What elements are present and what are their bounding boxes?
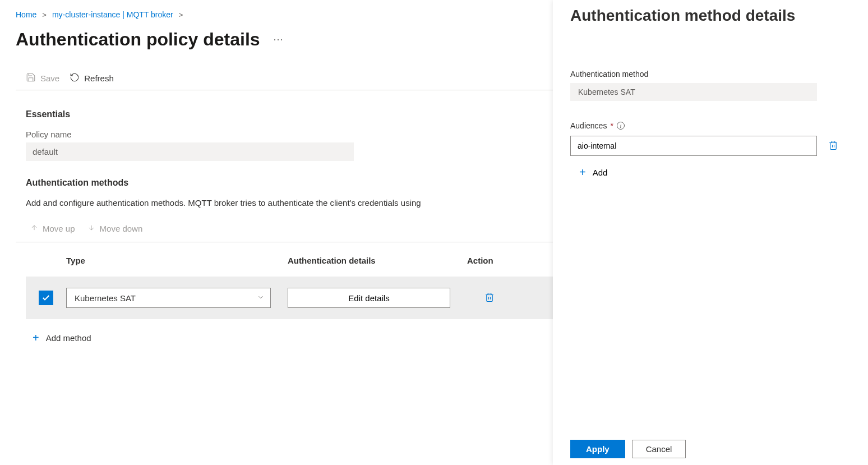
chevron-right-icon: > xyxy=(42,11,47,19)
arrow-down-icon xyxy=(87,223,95,234)
delete-row-button[interactable] xyxy=(484,292,495,305)
move-down-button[interactable]: Move down xyxy=(87,223,143,234)
add-method-button[interactable]: + Add method xyxy=(33,332,91,344)
delete-audience-button[interactable] xyxy=(828,140,838,153)
refresh-icon xyxy=(70,72,80,84)
auth-method-value: Kubernetes SAT xyxy=(570,83,817,101)
plus-icon: + xyxy=(579,166,586,179)
breadcrumb-cluster[interactable]: my-cluster-instance | MQTT broker xyxy=(52,10,173,19)
chevron-down-icon xyxy=(257,293,265,303)
breadcrumb: Home > my-cluster-instance | MQTT broker… xyxy=(16,10,553,19)
row-checkbox[interactable] xyxy=(39,291,53,305)
refresh-button[interactable]: Refresh xyxy=(70,72,114,84)
chevron-right-icon: > xyxy=(179,11,183,19)
panel-title: Authentication method details xyxy=(570,0,851,25)
auth-methods-table: Type Authentication details Action Kuber… xyxy=(26,242,553,319)
add-audience-button[interactable]: + Add xyxy=(579,166,851,179)
edit-details-button[interactable]: Edit details xyxy=(288,288,450,308)
column-header-type: Type xyxy=(66,256,288,265)
required-indicator: * xyxy=(610,121,613,130)
policy-name-value: default xyxy=(26,142,354,161)
column-header-action: Action xyxy=(467,256,512,265)
auth-method-label: Authentication method xyxy=(570,70,851,79)
info-icon[interactable]: i xyxy=(617,122,625,130)
move-up-button[interactable]: Move up xyxy=(30,223,75,234)
audiences-label: Audiences xyxy=(570,121,607,130)
trash-icon xyxy=(484,296,495,305)
page-title: Authentication policy details xyxy=(16,29,260,50)
policy-name-label: Policy name xyxy=(16,130,553,139)
column-header-details: Authentication details xyxy=(288,256,467,265)
auth-methods-description: Add and configure authentication methods… xyxy=(16,198,553,208)
save-button[interactable]: Save xyxy=(26,72,59,84)
essentials-heading: Essentials xyxy=(16,109,553,119)
arrow-up-icon xyxy=(30,223,38,234)
save-icon xyxy=(26,72,36,84)
apply-button[interactable]: Apply xyxy=(570,440,625,458)
more-options-button[interactable]: ··· xyxy=(274,34,284,45)
auth-methods-heading: Authentication methods xyxy=(16,178,553,188)
auth-type-dropdown[interactable]: Kubernetes SAT xyxy=(66,288,271,308)
trash-icon xyxy=(828,144,838,153)
details-panel: Authentication method details Authentica… xyxy=(553,0,868,465)
toolbar: Save Refresh xyxy=(16,72,553,90)
plus-icon: + xyxy=(33,332,39,344)
table-row: Kubernetes SAT Edit details xyxy=(26,277,553,319)
main-content: Home > my-cluster-instance | MQTT broker… xyxy=(0,0,553,465)
breadcrumb-home[interactable]: Home xyxy=(16,10,36,19)
audience-input[interactable] xyxy=(570,136,817,156)
cancel-button[interactable]: Cancel xyxy=(632,440,686,458)
